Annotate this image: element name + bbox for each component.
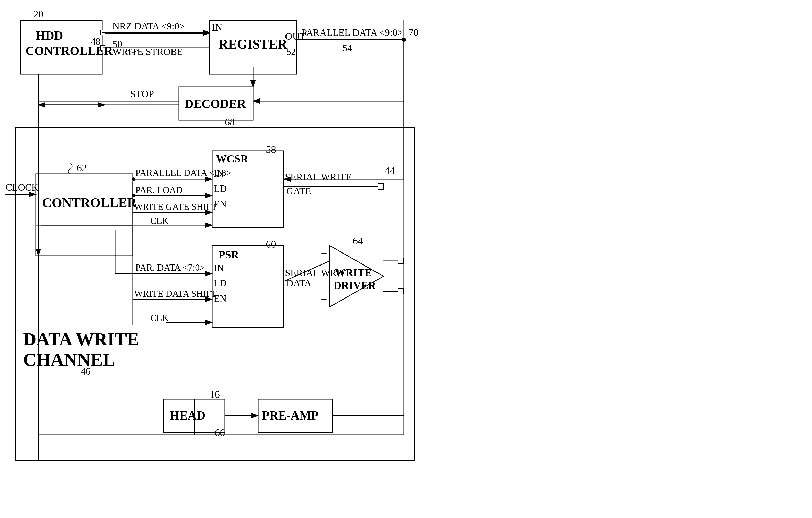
head-label: HEAD bbox=[170, 409, 205, 422]
psr-label: PSR bbox=[219, 249, 239, 261]
ref-62: 62 bbox=[77, 162, 87, 174]
wcsr-label: WCSR bbox=[216, 153, 249, 165]
write-data-shift-label: WRITE DATA SHIFT bbox=[134, 289, 217, 299]
ref-52: 52 bbox=[286, 46, 296, 57]
ref-60: 60 bbox=[266, 238, 276, 250]
register-in: IN bbox=[212, 22, 222, 33]
svg-rect-7 bbox=[36, 174, 133, 256]
psr-clk-label: CLK bbox=[150, 313, 169, 323]
hdd-label: HDD bbox=[36, 29, 63, 42]
ref-44: 44 bbox=[385, 165, 395, 176]
psr-in: IN bbox=[214, 263, 224, 273]
preamp-label: PRE-AMP bbox=[262, 409, 318, 422]
write-driver-label2: DRIVER bbox=[334, 280, 376, 291]
wd-bottom-connector bbox=[398, 289, 404, 294]
ref-66: 66 bbox=[215, 427, 225, 438]
ref-16: 16 bbox=[210, 388, 220, 400]
serial-write-gate-label2: GATE bbox=[286, 186, 311, 196]
controller-inner-label: CONTROLLER bbox=[42, 195, 137, 210]
register-label: REGISTER bbox=[219, 37, 288, 51]
diagram-container: HDD CONTROLLER 20 REGISTER IN OUT DECODE… bbox=[0, 0, 812, 518]
svg-point-27 bbox=[132, 194, 136, 197]
ref-68: 68 bbox=[225, 117, 235, 127]
plus-sign: + bbox=[321, 247, 327, 260]
write-gate-shift-label: WRITE GATE SHIFT bbox=[134, 201, 217, 212]
ref-50: 50 bbox=[112, 38, 122, 49]
serial-write-data-label1: SERIAL WRITE bbox=[285, 268, 352, 278]
ref-48: 48 bbox=[91, 36, 100, 47]
ref-20: 20 bbox=[33, 8, 44, 20]
wcsr-clk-label: CLK bbox=[150, 216, 169, 226]
par-data-70-label: PAR. DATA <7:0> bbox=[136, 263, 205, 273]
stop-label: STOP bbox=[130, 88, 154, 99]
nrz-data-label: NRZ DATA <9:0> bbox=[112, 21, 185, 31]
ref-54: 54 bbox=[343, 43, 352, 53]
wd-top-connector bbox=[398, 258, 404, 264]
minus-sign: − bbox=[321, 293, 327, 306]
ref-70: 70 bbox=[408, 27, 419, 38]
serial-write-gate-label1: SERIAL WRITE bbox=[285, 172, 352, 182]
decoder-label: DECODER bbox=[184, 97, 246, 110]
ref-58: 58 bbox=[266, 144, 276, 155]
svg-point-25 bbox=[132, 177, 136, 181]
swg-connector bbox=[378, 184, 383, 189]
dwc-label1: DATA WRITE bbox=[23, 329, 139, 349]
wcsr-ld: LD bbox=[214, 183, 227, 194]
ref-46: 46 bbox=[81, 365, 91, 377]
dwc-label2: CHANNEL bbox=[23, 349, 115, 370]
par-load-label: PAR. LOAD bbox=[136, 185, 183, 195]
par-data-98-label: PARALLEL DATA <9:8> bbox=[136, 168, 231, 178]
clock-label: CLOCK bbox=[6, 182, 38, 193]
write-strobe-label: WRITE STROBE bbox=[112, 46, 183, 57]
ref-64: 64 bbox=[353, 235, 363, 247]
psr-ld: LD bbox=[214, 278, 227, 289]
serial-write-data-label2: DATA bbox=[286, 278, 312, 289]
parallel-data-label: PARALLEL DATA <9:0> bbox=[301, 27, 403, 38]
